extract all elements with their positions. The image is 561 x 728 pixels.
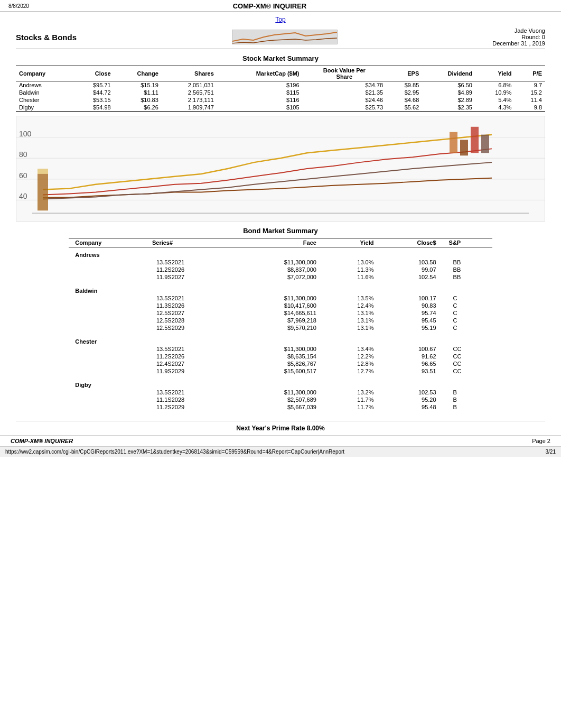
col-yield: Yield (475, 66, 515, 81)
stock-eps: $4.68 (386, 96, 422, 104)
bond-close: 100.67 (380, 345, 442, 353)
bond-series: 11.2S2026 (146, 266, 235, 273)
stock-pe: 15.2 (515, 89, 545, 96)
bond-yield: 13.1% (323, 317, 380, 324)
bond-company-row: Baldwin (69, 283, 492, 294)
stock-close: $44.72 (72, 89, 114, 96)
bond-sp: C (443, 317, 492, 324)
stock-table-row: Digby $54.98 $6.26 1,909,747 $105 $25.73… (16, 104, 545, 112)
stock-company: Digby (16, 104, 72, 112)
svg-text:100: 100 (19, 130, 32, 138)
bond-company-row: Digby (69, 377, 492, 389)
stock-company: Chester (16, 96, 72, 104)
bond-sp: BB (443, 259, 492, 266)
bond-col-close: Close$ (380, 238, 442, 247)
bond-yield: 13.4% (323, 345, 380, 353)
bond-close: 95.20 (380, 396, 442, 403)
bond-yield: 11.7% (323, 396, 380, 403)
bond-yield: 13.1% (323, 309, 380, 317)
bond-close: 95.45 (380, 317, 442, 324)
bond-face: $8,837,000 (234, 266, 322, 273)
bond-col-series: Series# (146, 238, 235, 247)
bond-company-row: Chester (69, 334, 492, 345)
svg-rect-11 (471, 127, 479, 153)
bond-series: 13.5S2021 (146, 259, 235, 266)
svg-rect-14 (38, 174, 48, 210)
next-prime-rate: Next Year's Prime Rate 8.00% (16, 421, 545, 432)
svg-text:80: 80 (19, 150, 27, 159)
stock-market-title: Stock Market Summary (16, 54, 545, 62)
bond-close: 99.07 (380, 266, 442, 273)
bond-table-row: 13.5S2021 $11,300,000 13.2% 102.53 B (69, 389, 492, 396)
stock-dividend: $2.89 (422, 96, 475, 104)
col-dividend: Dividend (422, 66, 475, 81)
bond-company-name: Digby (69, 377, 146, 389)
stock-bookvalue: $34.78 (303, 81, 387, 89)
bond-face: $7,072,000 (234, 273, 322, 283)
stock-bookvalue: $21.35 (303, 89, 387, 96)
bond-empty (69, 360, 146, 367)
bond-empty (69, 259, 146, 266)
bond-table-row: 13.5S2021 $11,300,000 13.0% 103.58 BB (69, 259, 492, 266)
stock-change: $6.26 (114, 104, 162, 112)
svg-rect-10 (460, 140, 468, 156)
bond-sp: C (443, 302, 492, 309)
bond-series: 12.5S2027 (146, 309, 235, 317)
top-link[interactable]: Top (275, 16, 285, 23)
bond-face: $11,300,000 (234, 294, 322, 302)
col-marketcap: MarketCap ($M) (217, 66, 303, 81)
col-company: Company (16, 66, 72, 81)
stock-change: $1.11 (114, 89, 162, 96)
svg-text:40: 40 (19, 192, 27, 200)
stock-bookvalue: $24.46 (303, 96, 387, 104)
bond-table-row: 11.2S2026 $8,635,154 12.2% 91.62 CC (69, 353, 492, 360)
bond-sp: B (443, 389, 492, 396)
bond-sp: CC (443, 353, 492, 360)
bond-table-row: 11.9S2029 $15,600,517 12.7% 93.51 CC (69, 367, 492, 377)
bond-face: $10,417,600 (234, 302, 322, 309)
bond-close: 95.48 (380, 403, 442, 413)
bond-company-name: Baldwin (69, 283, 146, 294)
stock-yield: 10.9% (475, 89, 515, 96)
bond-company-name: Chester (69, 334, 146, 345)
bond-series: 13.5S2021 (146, 345, 235, 353)
bond-face: $8,635,154 (234, 353, 322, 360)
bond-close: 102.53 (380, 389, 442, 396)
stock-table-row: Baldwin $44.72 $1.11 2,565,751 $115 $21.… (16, 89, 545, 96)
header-chart-thumbnail (232, 30, 338, 44)
bond-sp: CC (443, 345, 492, 353)
bond-sp: B (443, 403, 492, 413)
svg-rect-12 (481, 135, 489, 153)
bond-col-company: Company (69, 238, 146, 247)
bond-table-row: 12.5S2029 $9,570,210 13.1% 95.19 C (69, 324, 492, 334)
stock-dividend: $2.35 (422, 104, 475, 112)
bond-face: $5,667,039 (234, 403, 322, 413)
bond-sp: C (443, 324, 492, 334)
bond-empty (69, 324, 146, 334)
bond-face: $11,300,000 (234, 259, 322, 266)
bond-close: 95.19 (380, 324, 442, 334)
stock-bookvalue: $25.73 (303, 104, 387, 112)
stock-eps: $9.85 (386, 81, 422, 89)
bond-yield: 12.4% (323, 302, 380, 309)
bond-yield: 12.7% (323, 367, 380, 377)
bond-table-row: 13.5S2021 $11,300,000 13.4% 100.67 CC (69, 345, 492, 353)
bond-sp: B (443, 396, 492, 403)
bond-market-table: Company Series# Face Yield Close$ S&P An… (69, 238, 492, 413)
page-date: 8/8/2020 (8, 3, 29, 9)
bond-market-title: Bond Market Summary (16, 227, 545, 235)
col-close: Close (72, 66, 114, 81)
stock-market-table: Company Close Change Shares MarketCap ($… (16, 66, 545, 112)
user-name: Jade Vuong (515, 27, 545, 34)
bond-empty (69, 266, 146, 273)
bond-empty (69, 345, 146, 353)
bond-table-row: 13.5S2021 $11,300,000 13.5% 100.17 C (69, 294, 492, 302)
stock-close: $53.15 (72, 96, 114, 104)
bond-yield: 13.2% (323, 389, 380, 396)
bond-empty (69, 294, 146, 302)
stock-shares: 2,051,031 (162, 81, 217, 89)
bond-table-row: 11.3S2026 $10,417,600 12.4% 90.83 C (69, 302, 492, 309)
page-number: 3/21 (546, 449, 556, 455)
bond-empty (69, 302, 146, 309)
bond-series: 11.9S2029 (146, 367, 235, 377)
